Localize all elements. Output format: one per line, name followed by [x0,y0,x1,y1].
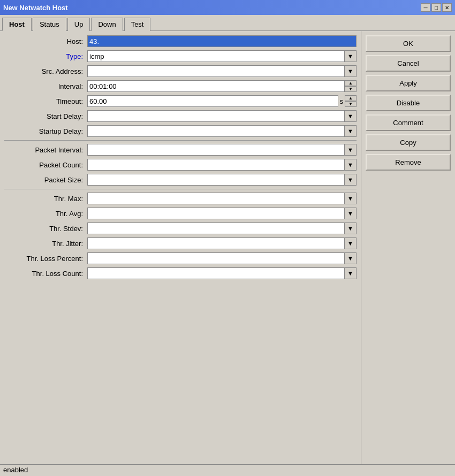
thr-avg-input[interactable] [87,208,345,219]
thr-max-input[interactable] [87,193,345,204]
interval-input[interactable] [87,80,345,92]
timeout-label: Timeout: [4,97,87,105]
start-delay-input-group: ▼ [87,110,357,122]
packet-interval-dropdown-button[interactable]: ▼ [345,144,357,156]
thr-max-row: Thr. Max: ▼ [4,193,357,204]
interval-up-button[interactable]: ▲ [345,80,357,86]
thr-jitter-dropdown-button[interactable]: ▼ [345,237,357,249]
thr-loss-percent-row: Thr. Loss Percent: ▼ [4,252,357,264]
tab-test[interactable]: Test [124,18,151,31]
tab-status[interactable]: Status [33,18,66,31]
cancel-button[interactable]: Cancel [366,55,451,72]
minimize-button[interactable]: ─ [421,3,430,12]
type-input-group: ▼ [87,50,357,62]
tab-up[interactable]: Up [67,18,90,31]
start-delay-label: Start Delay: [4,112,87,120]
thr-stdev-input-group: ▼ [87,222,357,234]
packet-size-dropdown-button[interactable]: ▼ [345,174,357,186]
packet-count-row: Packet Count: ▼ [4,159,357,171]
thr-loss-count-row: Thr. Loss Count: ▼ [4,267,357,279]
startup-delay-label: Startup Delay: [4,127,87,135]
interval-spinner: ▲ ▼ [345,80,357,92]
thr-loss-count-input[interactable] [87,267,345,279]
close-button[interactable]: ✕ [442,3,452,12]
packet-interval-row: Packet Interval: ▼ [4,144,357,156]
timeout-input-group: s ▲ ▼ [87,95,357,107]
timeout-up-button[interactable]: ▲ [345,95,357,101]
start-delay-dropdown-button[interactable]: ▼ [345,110,357,122]
thr-jitter-input-group: ▼ [87,237,357,249]
src-address-input-group: ▼ [87,65,357,77]
tab-down[interactable]: Down [91,18,123,31]
timeout-spinner: ▲ ▼ [345,95,357,107]
timeout-down-button[interactable]: ▼ [345,101,357,107]
disable-button[interactable]: Disable [366,95,451,111]
src-address-dropdown-button[interactable]: ▼ [345,65,357,77]
tab-list: Host Status Up Down Test [2,17,150,30]
remove-button[interactable]: Remove [366,154,451,171]
thr-stdev-input[interactable] [87,222,345,234]
thr-loss-percent-dropdown-button[interactable]: ▼ [345,252,357,264]
type-dropdown-button[interactable]: ▼ [345,50,357,62]
thr-loss-count-dropdown-button[interactable]: ▼ [345,267,357,279]
thr-loss-percent-input[interactable] [87,252,345,264]
main-area: Host: Type: ▼ Src. Address: ▼ [0,30,455,464]
packet-size-input-group: ▼ [87,174,357,186]
ok-button[interactable]: OK [366,35,451,52]
timeout-unit: s [338,97,345,105]
startup-delay-input[interactable] [87,125,345,137]
maximize-button[interactable]: □ [431,3,441,12]
thr-stdev-row: Thr. Stdev: ▼ [4,222,357,234]
thr-jitter-label: Thr. Jitter: [4,240,87,248]
thr-jitter-row: Thr. Jitter: ▼ [4,237,357,249]
thr-avg-dropdown-button[interactable]: ▼ [345,208,357,219]
interval-input-group: ▲ ▼ [87,80,357,92]
packet-interval-label: Packet Interval: [4,146,87,154]
host-row: Host: [4,35,357,47]
thr-loss-count-input-group: ▼ [87,267,357,279]
packet-size-input[interactable] [87,174,345,186]
packet-interval-input[interactable] [87,144,345,156]
thr-max-dropdown-button[interactable]: ▼ [345,193,357,204]
form-panel: Host: Type: ▼ Src. Address: ▼ [0,31,361,464]
thr-avg-label: Thr. Avg: [4,210,87,218]
thr-stdev-dropdown-button[interactable]: ▼ [345,222,357,234]
start-delay-input[interactable] [87,110,345,122]
copy-button[interactable]: Copy [366,134,451,151]
comment-button[interactable]: Comment [366,114,451,131]
separator-1 [4,140,357,141]
packet-count-input[interactable] [87,159,345,171]
type-label: Type: [4,52,87,60]
interval-row: Interval: ▲ ▼ [4,80,357,92]
window-body: Host Status Up Down Test Host: Type: ▼ [0,15,455,476]
interval-down-button[interactable]: ▼ [345,86,357,92]
tabs-bar: Host Status Up Down Test [0,15,455,30]
title-bar: New Netwatch Host ─ □ ✕ [0,0,455,15]
status-bar: enabled [0,464,455,476]
thr-stdev-label: Thr. Stdev: [4,225,87,233]
thr-avg-row: Thr. Avg: ▼ [4,208,357,219]
host-input[interactable] [87,35,357,47]
thr-jitter-input[interactable] [87,237,345,249]
thr-max-input-group: ▼ [87,193,357,204]
src-address-input[interactable] [87,65,345,77]
packet-count-dropdown-button[interactable]: ▼ [345,159,357,171]
timeout-row: Timeout: s ▲ ▼ [4,95,357,107]
startup-delay-row: Startup Delay: ▼ [4,125,357,137]
src-address-row: Src. Address: ▼ [4,65,357,77]
startup-delay-input-group: ▼ [87,125,357,137]
tab-host[interactable]: Host [2,18,32,31]
button-panel: OK Cancel Apply Disable Comment Copy Rem… [361,31,455,464]
separator-2 [4,189,357,189]
interval-label: Interval: [4,82,87,90]
type-row: Type: ▼ [4,50,357,62]
status-text: enabled [3,466,28,474]
src-address-label: Src. Address: [4,67,87,75]
startup-delay-dropdown-button[interactable]: ▼ [345,125,357,137]
host-label: Host: [4,37,87,45]
window-title: New Netwatch Host [3,4,68,12]
timeout-input[interactable] [87,95,338,107]
thr-loss-percent-label: Thr. Loss Percent: [4,255,87,263]
apply-button[interactable]: Apply [366,75,451,91]
type-input[interactable] [87,50,345,62]
